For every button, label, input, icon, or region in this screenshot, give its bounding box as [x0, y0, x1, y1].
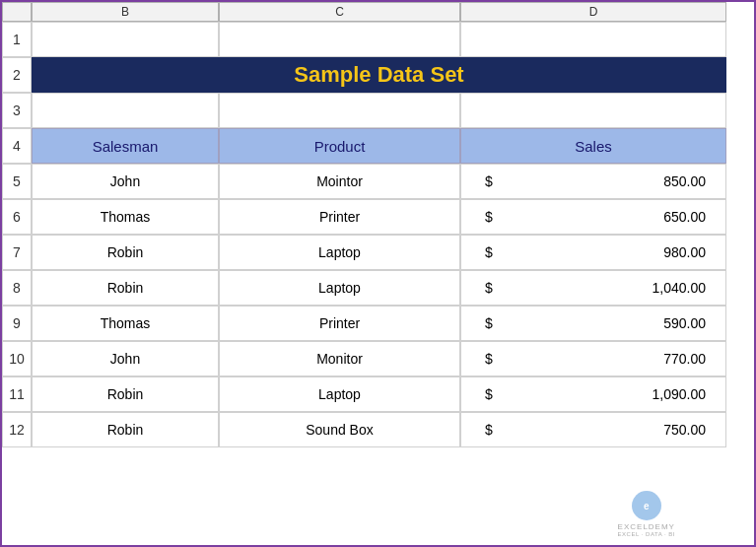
col-header-c: C: [219, 2, 460, 22]
amount-9: 590.00: [663, 315, 706, 331]
row-10: 10 John Monitor $770.00: [2, 341, 754, 376]
cell-product-12[interactable]: Sound Box: [219, 412, 460, 447]
cell-salesman-10[interactable]: John: [32, 341, 219, 376]
cell-sales-12[interactable]: $750.00: [460, 412, 726, 447]
dollar-10: $: [485, 351, 493, 367]
cell-salesman-11[interactable]: Robin: [32, 376, 219, 412]
dollar-5: $: [485, 173, 493, 189]
row-header-3: 3: [2, 93, 32, 128]
amount-12: 750.00: [663, 422, 706, 438]
row-header-10: 10: [2, 341, 32, 376]
cell-c1[interactable]: [219, 22, 460, 57]
row-header-8: 8: [2, 270, 32, 306]
row-9: 9 Thomas Printer $590.00: [2, 306, 754, 341]
row-header-12: 12: [2, 412, 32, 447]
row-2: 2 Sample Data Set: [2, 57, 754, 93]
cell-sales-7[interactable]: $980.00: [460, 235, 726, 270]
col-header-b: B: [32, 2, 219, 22]
dollar-11: $: [485, 386, 493, 402]
cell-sales-9[interactable]: $590.00: [460, 306, 726, 341]
cell-salesman-7[interactable]: Robin: [32, 235, 219, 270]
cell-d1[interactable]: [460, 22, 726, 57]
cell-sales-10[interactable]: $770.00: [460, 341, 726, 376]
header-product[interactable]: Product: [219, 128, 460, 164]
cell-salesman-5[interactable]: John: [32, 164, 219, 199]
watermark: e EXCELDEMY EXCEL · DATA · BI: [618, 491, 675, 537]
row-header-4: 4: [2, 128, 32, 164]
cell-d3[interactable]: [460, 93, 726, 128]
cell-sales-8[interactable]: $1,040.00: [460, 270, 726, 306]
row-header-5: 5: [2, 164, 32, 199]
cell-product-6[interactable]: Printer: [219, 199, 460, 235]
cell-b1[interactable]: [32, 22, 219, 57]
row-11: 11 Robin Laptop $1,090.00: [2, 376, 754, 412]
amount-10: 770.00: [663, 351, 706, 367]
row-7: 7 Robin Laptop $980.00: [2, 235, 754, 270]
dollar-6: $: [485, 209, 493, 225]
cell-sales-11[interactable]: $1,090.00: [460, 376, 726, 412]
row-6: 6 Thomas Printer $650.00: [2, 199, 754, 235]
row-5: 5 John Mointor $850.00: [2, 164, 754, 199]
row-header-2: 2: [2, 57, 32, 93]
row-header-11: 11: [2, 376, 32, 412]
amount-6: 650.00: [663, 209, 706, 225]
row-4: 4 Salesman Product Sales: [2, 128, 754, 164]
header-salesman[interactable]: Salesman: [32, 128, 219, 164]
cell-sales-5[interactable]: $850.00: [460, 164, 726, 199]
dollar-8: $: [485, 280, 493, 296]
cell-product-10[interactable]: Monitor: [219, 341, 460, 376]
spreadsheet: B C D 1 2 Sample Data Set 3 4 Salesman P…: [0, 0, 756, 547]
cell-salesman-9[interactable]: Thomas: [32, 306, 219, 341]
dollar-12: $: [485, 422, 493, 438]
cell-salesman-6[interactable]: Thomas: [32, 199, 219, 235]
amount-7: 980.00: [663, 244, 706, 260]
row-header-7: 7: [2, 235, 32, 270]
corner-cell: [2, 2, 32, 22]
dollar-9: $: [485, 315, 493, 331]
dollar-7: $: [485, 244, 493, 260]
cell-product-9[interactable]: Printer: [219, 306, 460, 341]
col-headers: B C D: [2, 2, 754, 22]
row-1: 1: [2, 22, 754, 57]
cell-product-11[interactable]: Laptop: [219, 376, 460, 412]
row-header-1: 1: [2, 22, 32, 57]
cell-c3[interactable]: [219, 93, 460, 128]
row-header-6: 6: [2, 199, 32, 235]
amount-11: 1,090.00: [653, 386, 707, 402]
row-12: 12 Robin Sound Box $750.00: [2, 412, 754, 447]
row-8: 8 Robin Laptop $1,040.00: [2, 270, 754, 306]
cell-product-5[interactable]: Mointor: [219, 164, 460, 199]
header-sales[interactable]: Sales: [460, 128, 726, 164]
row-header-9: 9: [2, 306, 32, 341]
col-header-d: D: [460, 2, 726, 22]
cell-b3[interactable]: [32, 93, 219, 128]
cell-product-7[interactable]: Laptop: [219, 235, 460, 270]
cell-salesman-12[interactable]: Robin: [32, 412, 219, 447]
title-cell[interactable]: Sample Data Set: [32, 57, 726, 93]
amount-5: 850.00: [663, 173, 706, 189]
cell-salesman-8[interactable]: Robin: [32, 270, 219, 306]
row-3: 3: [2, 93, 754, 128]
cell-sales-6[interactable]: $650.00: [460, 199, 726, 235]
amount-8: 1,040.00: [653, 280, 707, 296]
cell-product-8[interactable]: Laptop: [219, 270, 460, 306]
